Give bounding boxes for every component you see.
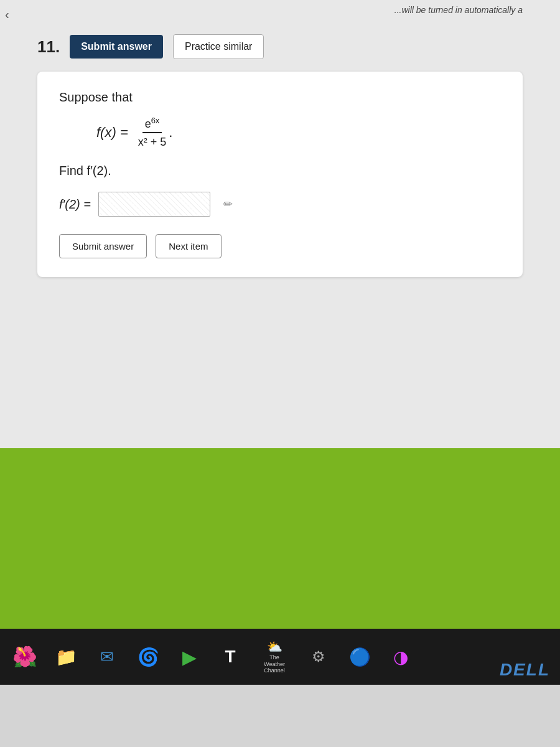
answer-row: f′(2) = ✏ <box>59 192 501 217</box>
taskbar-mail[interactable]: ✉ <box>88 638 126 675</box>
mail-icon: ✉ <box>100 647 114 667</box>
taskbar-media[interactable]: ▶ <box>170 638 208 675</box>
answer-input[interactable] <box>98 192 210 217</box>
formula-period: . <box>169 125 172 141</box>
submit-answer-top-button[interactable]: Submit answer <box>70 35 163 59</box>
dell-logo: DELL <box>500 660 550 680</box>
taskbar-typora[interactable]: T <box>212 638 249 675</box>
question-number: 11. <box>37 37 60 57</box>
edge-icon: 🌀 <box>138 647 159 667</box>
taskbar-chrome[interactable]: 🔵 <box>341 638 378 675</box>
taskbar-settings[interactable]: ⚙ <box>300 638 337 675</box>
find-text: Find f′(2). <box>59 164 501 178</box>
taskbar-file-manager[interactable]: 📁 <box>47 638 85 675</box>
taskbar-avatar[interactable]: 🌺 <box>6 638 44 675</box>
submit-answer-card-button[interactable]: Submit answer <box>59 234 147 258</box>
problem-card: Suppose that f(x) = e6x x² + 5 . <box>37 72 523 277</box>
top-area: ‹ ...will be turned in automatically a 1… <box>0 0 560 448</box>
settings-icon: ⚙ <box>312 648 325 665</box>
answer-label: f′(2) = <box>59 197 91 212</box>
t-icon: T <box>225 647 235 667</box>
top-hint: ...will be turned in automatically a <box>394 5 523 15</box>
media-icon: ▶ <box>182 646 197 668</box>
next-item-button[interactable]: Next item <box>156 234 221 258</box>
exponent: 6x <box>151 116 160 125</box>
question-header: 11. Submit answer Practice similar <box>37 34 523 59</box>
desktop-area: 🌺 📁 ✉ 🌀 ▶ T ⛅ TheWeatherChannel ⚙ <box>0 448 560 685</box>
practice-similar-button[interactable]: Practice similar <box>173 34 264 59</box>
pencil-icon[interactable]: ✏ <box>218 194 238 214</box>
e-base: e <box>145 118 151 130</box>
game-icon: ◑ <box>393 647 408 667</box>
back-arrow[interactable]: ‹ <box>5 7 9 22</box>
formula-line: f(x) = e6x x² + 5 . <box>96 116 501 149</box>
weather-label: TheWeatherChannel <box>264 654 285 674</box>
answer-input-wrapper <box>98 192 210 217</box>
formula-lhs: f(x) = <box>96 125 128 141</box>
folder-icon: 📁 <box>55 647 77 667</box>
fraction-denominator: x² + 5 <box>138 134 167 149</box>
weather-icon: ⛅ <box>267 639 282 654</box>
question-section: 11. Submit answer Practice similar Suppo… <box>37 34 523 277</box>
fraction-numerator: e6x <box>142 116 162 133</box>
taskbar-weather[interactable]: ⛅ TheWeatherChannel <box>253 638 296 675</box>
avatar-icon: 🌺 <box>12 645 37 669</box>
taskbar: 🌺 📁 ✉ 🌀 ▶ T ⛅ TheWeatherChannel ⚙ <box>0 629 560 685</box>
card-buttons: Submit answer Next item <box>59 234 501 258</box>
taskbar-game[interactable]: ◑ <box>382 638 419 675</box>
chrome-icon: 🔵 <box>349 647 371 667</box>
suppose-text: Suppose that <box>59 90 501 105</box>
taskbar-edge[interactable]: 🌀 <box>129 638 167 675</box>
formula-block: f(x) = e6x x² + 5 . <box>59 116 501 149</box>
fraction: e6x x² + 5 <box>138 116 167 149</box>
